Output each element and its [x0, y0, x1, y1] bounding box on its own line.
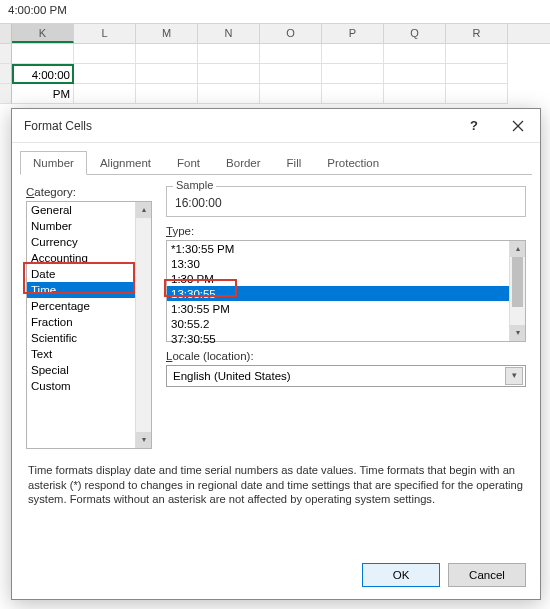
type-list[interactable]: *1:30:55 PM 13:30 1:30 PM 13:30:55 1:30:… — [166, 240, 526, 342]
type-option[interactable]: 1:30 PM — [167, 271, 509, 286]
scroll-thumb[interactable] — [512, 257, 523, 307]
cat-accounting[interactable]: Accounting — [27, 250, 135, 266]
col-Q[interactable]: Q — [384, 24, 446, 43]
cat-number[interactable]: Number — [27, 218, 135, 234]
dialog-title: Format Cells — [24, 119, 452, 133]
type-option[interactable]: 30:55.2 — [167, 316, 509, 331]
help-button[interactable]: ? — [452, 109, 496, 143]
sample-label: Sample — [173, 179, 216, 191]
locale-label: Locale (location): — [166, 350, 526, 362]
formula-value: 4:00:00 PM — [8, 4, 67, 16]
cat-special[interactable]: Special — [27, 362, 135, 378]
formula-bar[interactable]: 4:00:00 PM — [0, 0, 550, 24]
selectall-corner[interactable] — [0, 24, 12, 43]
col-R[interactable]: R — [446, 24, 508, 43]
type-option[interactable]: *1:30:55 PM — [167, 241, 509, 256]
scroll-down-icon[interactable]: ▾ — [136, 432, 151, 448]
cat-text[interactable]: Text — [27, 346, 135, 362]
col-K[interactable]: K — [12, 24, 74, 43]
type-option[interactable]: 13:30 — [167, 256, 509, 271]
type-option[interactable]: 1:30:55 PM — [167, 301, 509, 316]
close-icon — [512, 120, 524, 132]
tab-bar: Number Alignment Font Border Fill Protec… — [12, 143, 540, 175]
cat-date[interactable]: Date — [27, 266, 135, 282]
cat-time[interactable]: Time — [27, 282, 135, 298]
grid[interactable]: 4:00:00 PM — [0, 44, 550, 104]
active-cell[interactable]: 4:00:00 PM — [12, 64, 74, 84]
chevron-down-icon[interactable]: ▾ — [505, 367, 523, 385]
cat-percentage[interactable]: Percentage — [27, 298, 135, 314]
cat-custom[interactable]: Custom — [27, 378, 135, 394]
sample-value: 16:00:00 — [175, 190, 517, 210]
tab-font[interactable]: Font — [164, 151, 213, 175]
ok-button[interactable]: OK — [362, 563, 440, 587]
type-label: Type: — [166, 225, 526, 237]
type-option-selected[interactable]: 13:30:55 — [167, 286, 509, 301]
cat-currency[interactable]: Currency — [27, 234, 135, 250]
tab-fill[interactable]: Fill — [274, 151, 315, 175]
scroll-up-icon[interactable]: ▴ — [510, 241, 525, 257]
tab-border[interactable]: Border — [213, 151, 274, 175]
type-option[interactable]: 37:30:55 — [167, 331, 509, 346]
type-scrollbar[interactable]: ▴ ▾ — [509, 241, 525, 341]
category-scrollbar[interactable]: ▴ ▾ — [135, 202, 151, 448]
titlebar[interactable]: Format Cells ? — [12, 109, 540, 143]
locale-value: English (United States) — [173, 370, 505, 382]
tab-protection[interactable]: Protection — [314, 151, 392, 175]
cat-scientific[interactable]: Scientific — [27, 330, 135, 346]
close-button[interactable] — [496, 109, 540, 143]
format-description: Time formats display date and time seria… — [12, 449, 540, 507]
tab-alignment[interactable]: Alignment — [87, 151, 164, 175]
col-O[interactable]: O — [260, 24, 322, 43]
category-label: Category: — [26, 186, 152, 198]
col-L[interactable]: L — [74, 24, 136, 43]
locale-select[interactable]: English (United States) ▾ — [166, 365, 526, 387]
cat-fraction[interactable]: Fraction — [27, 314, 135, 330]
cat-general[interactable]: General — [27, 202, 135, 218]
column-headers: K L M N O P Q R — [0, 24, 550, 44]
cancel-button[interactable]: Cancel — [448, 563, 526, 587]
sample-box: Sample 16:00:00 — [166, 186, 526, 217]
format-cells-dialog: Format Cells ? Number Alignment Font Bor… — [11, 108, 541, 600]
scroll-down-icon[interactable]: ▾ — [510, 325, 525, 341]
col-M[interactable]: M — [136, 24, 198, 43]
col-N[interactable]: N — [198, 24, 260, 43]
col-P[interactable]: P — [322, 24, 384, 43]
category-list[interactable]: General Number Currency Accounting Date … — [26, 201, 152, 449]
tab-number[interactable]: Number — [20, 151, 87, 175]
scroll-up-icon[interactable]: ▴ — [136, 202, 151, 218]
